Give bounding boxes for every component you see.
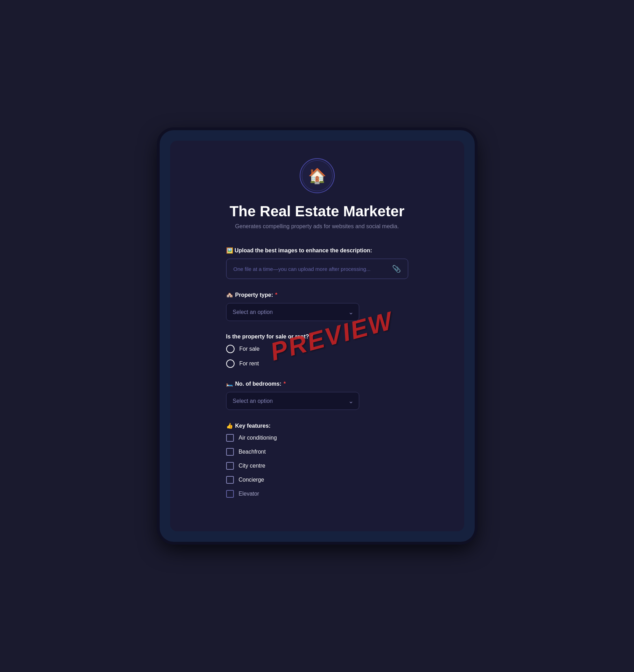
file-upload-input[interactable]: One file at a time—you can upload more a… bbox=[226, 259, 408, 279]
checkbox-label-city-centre: City centre bbox=[239, 463, 265, 469]
checkbox-label-air-conditioning: Air conditioning bbox=[239, 435, 277, 441]
sale-rent-label: Is the property for sale or rent? * bbox=[226, 334, 408, 340]
key-features-checkbox-group: Air conditioning Beachfront City centre … bbox=[226, 434, 408, 498]
sale-rent-section: Is the property for sale or rent? * For … bbox=[226, 334, 408, 368]
checkbox-label-concierge: Concierge bbox=[239, 477, 264, 483]
checkbox-box-beachfront bbox=[226, 448, 234, 456]
sale-rent-required: * bbox=[311, 334, 313, 340]
file-upload-placeholder: One file at a time—you can upload more a… bbox=[234, 266, 371, 272]
checkbox-box-concierge bbox=[226, 476, 234, 484]
sale-rent-radio-group: For sale For rent bbox=[226, 345, 408, 368]
logo-circle: 🏠 bbox=[300, 158, 335, 193]
radio-circle-rent bbox=[226, 359, 235, 368]
checkbox-concierge[interactable]: Concierge bbox=[226, 476, 408, 484]
bedrooms-section: 🛏️ No. of bedrooms: * Select an option 1… bbox=[226, 380, 408, 410]
device-frame: PREVIEW 🏠 The Real Estate Marketer Gener… bbox=[160, 130, 475, 542]
bedrooms-required: * bbox=[284, 381, 286, 387]
radio-for-rent[interactable]: For rent bbox=[226, 359, 408, 368]
checkbox-air-conditioning[interactable]: Air conditioning bbox=[226, 434, 408, 442]
key-features-section: 👍 Key features: Air conditioning Beachfr… bbox=[226, 422, 408, 498]
key-features-emoji: 👍 bbox=[226, 422, 233, 429]
radio-label-sale: For sale bbox=[239, 346, 260, 352]
bedrooms-select-wrapper: Select an option 1 2 3 4 5 6+ ⌄ bbox=[226, 392, 359, 410]
key-features-label: 👍 Key features: bbox=[226, 422, 408, 429]
property-type-section: 🏘️ Property type: * Select an option Hou… bbox=[226, 292, 408, 321]
checkbox-label-beachfront: Beachfront bbox=[239, 449, 266, 455]
radio-label-rent: For rent bbox=[239, 360, 259, 367]
property-type-required: * bbox=[275, 292, 277, 298]
checkbox-box-air-conditioning bbox=[226, 434, 234, 442]
checkbox-beachfront[interactable]: Beachfront bbox=[226, 448, 408, 456]
logo-icon: 🏠 bbox=[308, 167, 326, 184]
bedrooms-label: 🛏️ No. of bedrooms: * bbox=[226, 380, 408, 387]
radio-for-sale[interactable]: For sale bbox=[226, 345, 408, 353]
bedrooms-select[interactable]: Select an option 1 2 3 4 5 6+ bbox=[226, 392, 359, 410]
app-title: The Real Estate Marketer bbox=[230, 203, 405, 220]
checkbox-elevator[interactable]: Elevator bbox=[226, 490, 408, 498]
checkbox-city-centre[interactable]: City centre bbox=[226, 462, 408, 470]
radio-circle-sale bbox=[226, 345, 235, 353]
checkbox-box-city-centre bbox=[226, 462, 234, 470]
checkbox-box-elevator bbox=[226, 490, 234, 498]
property-type-select-wrapper: Select an option House Apartment Studio … bbox=[226, 303, 359, 321]
bedrooms-emoji: 🛏️ bbox=[226, 380, 233, 387]
app-subtitle: Generates compelling property ads for we… bbox=[235, 223, 399, 230]
property-type-emoji: 🏘️ bbox=[226, 292, 233, 298]
header: 🏠 The Real Estate Marketer Generates com… bbox=[226, 158, 408, 230]
property-type-label: 🏘️ Property type: * bbox=[226, 292, 408, 298]
property-type-select[interactable]: Select an option House Apartment Studio … bbox=[226, 303, 359, 321]
upload-label: 🖼️ Upload the best images to enhance the… bbox=[226, 247, 408, 254]
checkbox-label-elevator: Elevator bbox=[239, 491, 259, 497]
app-container: PREVIEW 🏠 The Real Estate Marketer Gener… bbox=[170, 141, 464, 531]
upload-section: 🖼️ Upload the best images to enhance the… bbox=[226, 247, 408, 279]
paperclip-icon: 📎 bbox=[392, 265, 401, 273]
